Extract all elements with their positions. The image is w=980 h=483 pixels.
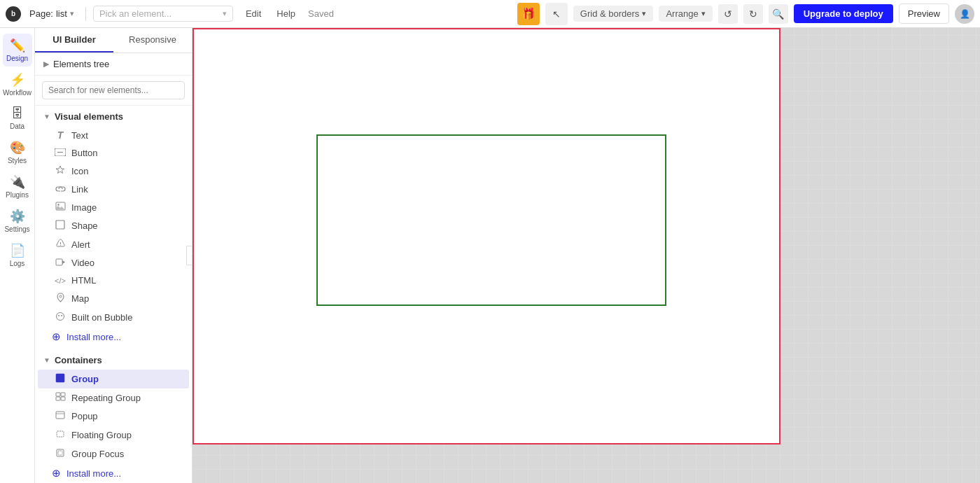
grid-borders-button[interactable]: Grid & borders ▾: [573, 6, 654, 22]
cursor-tool-button[interactable]: ↖: [545, 3, 568, 25]
element-text[interactable]: T Text: [38, 126, 189, 144]
sidebar-item-data[interactable]: 🗄 Data: [3, 102, 32, 134]
search-icon: 🔍: [772, 8, 784, 20]
pick-placeholder-text: Pick an element...: [99, 8, 172, 19]
pick-element-selector[interactable]: Pick an element... ▾: [93, 6, 233, 22]
svg-point-6: [60, 245, 61, 246]
element-built-on-bubble[interactable]: Built on Bubble: [38, 308, 189, 327]
svg-rect-17: [61, 397, 65, 400]
sidebar-item-styles[interactable]: 🎨 Styles: [3, 136, 32, 169]
logs-icon: 📄: [10, 243, 25, 258]
group-icon: [55, 373, 66, 385]
sidebar-item-logs[interactable]: 📄 Logs: [3, 239, 32, 272]
element-alert[interactable]: Alert: [38, 235, 189, 254]
element-button[interactable]: Button: [38, 144, 189, 162]
element-repeating-group[interactable]: Repeating Group: [38, 388, 189, 407]
tab-responsive[interactable]: Responsive: [113, 28, 192, 52]
icon-label: Icon: [71, 166, 89, 176]
edit-button[interactable]: Edit: [243, 6, 264, 21]
canvas-area: [192, 28, 980, 483]
preview-button[interactable]: Preview: [899, 4, 949, 24]
upgrade-button[interactable]: Upgrade to deploy: [794, 4, 893, 23]
install-more-visual-button[interactable]: ⊕ Install more...: [35, 327, 192, 346]
containers-chevron-icon: ▼: [43, 356, 50, 364]
text-label: Text: [71, 130, 88, 141]
image-icon: [55, 202, 66, 213]
topbar-actions: Edit Help Saved: [243, 6, 334, 21]
workflow-icon: ⚡: [10, 72, 25, 88]
svg-rect-14: [56, 393, 60, 396]
element-popup[interactable]: Popup: [38, 407, 189, 426]
svg-point-12: [61, 315, 62, 316]
element-shape[interactable]: Shape: [38, 216, 189, 235]
element-floating-group[interactable]: Floating Group: [38, 426, 189, 444]
page-label: Page:: [29, 8, 53, 19]
sidebar-item-plugins[interactable]: 🔌 Plugins: [3, 170, 32, 203]
logs-label: Logs: [10, 260, 25, 267]
visual-elements-chevron-icon: ▼: [43, 113, 50, 120]
data-icon: 🗄: [11, 106, 24, 121]
install-more-containers-button[interactable]: ⊕ Install more...: [35, 463, 192, 483]
install-more-visual-icon: ⊕: [52, 330, 61, 343]
svg-rect-20: [57, 431, 64, 437]
element-link[interactable]: Link: [38, 181, 189, 198]
floating-group-label: Floating Group: [71, 430, 132, 440]
undo-button[interactable]: ↺: [718, 4, 738, 24]
svg-point-3: [57, 204, 59, 205]
search-button[interactable]: 🔍: [769, 4, 788, 24]
gift-icon: 🎁: [522, 7, 536, 20]
html-icon: </>: [55, 276, 66, 285]
map-icon: [55, 293, 66, 304]
elements-tree-label[interactable]: Elements tree: [53, 59, 109, 69]
arrange-label: Arrange: [666, 8, 698, 19]
svg-marker-8: [62, 260, 65, 264]
panel-content: ▼ Visual elements T Text Button Icon: [35, 106, 192, 483]
containers-section-header[interactable]: ▼ Containers: [35, 349, 192, 370]
popup-label: Popup: [71, 411, 98, 421]
built-on-bubble-icon: [55, 312, 66, 323]
repeating-group-icon: [55, 392, 66, 403]
repeating-group-label: Repeating Group: [71, 393, 141, 403]
tab-ui-builder[interactable]: UI Builder: [35, 28, 113, 52]
element-map[interactable]: Map: [38, 289, 189, 308]
user-avatar[interactable]: 👤: [955, 4, 974, 24]
page-red-border: [192, 28, 780, 444]
arrange-button[interactable]: Arrange ▾: [659, 6, 712, 22]
panel-collapse-button[interactable]: ‹: [186, 246, 192, 265]
visual-elements-section-header[interactable]: ▼ Visual elements: [35, 106, 192, 126]
sidebar-item-settings[interactable]: ⚙️ Settings: [3, 204, 32, 237]
sidebar-icons: ✏️ Design ⚡ Workflow 🗄 Data 🎨 Styles 🔌 P…: [0, 28, 35, 483]
search-input[interactable]: [42, 81, 185, 99]
element-group[interactable]: Group: [38, 370, 189, 388]
link-icon: [55, 184, 66, 195]
group-focus-icon: [55, 448, 66, 460]
element-image[interactable]: Image: [38, 198, 189, 216]
page-name: list: [56, 8, 67, 19]
redo-button[interactable]: ↻: [743, 4, 763, 24]
sidebar-item-workflow[interactable]: ⚡ Workflow: [3, 68, 32, 101]
avatar-icon: 👤: [960, 9, 970, 19]
grid-label: Grid & borders: [580, 8, 640, 19]
separator-1: [85, 7, 86, 21]
help-button[interactable]: Help: [274, 6, 298, 21]
map-label: Map: [71, 293, 89, 304]
logo[interactable]: b: [6, 6, 21, 22]
alert-label: Alert: [71, 239, 90, 250]
styles-label: Styles: [8, 157, 27, 164]
image-label: Image: [71, 202, 97, 213]
sidebar-item-design[interactable]: ✏️ Design: [3, 34, 32, 66]
element-icon[interactable]: Icon: [38, 162, 189, 181]
plugins-label: Plugins: [6, 191, 29, 199]
selected-element-group[interactable]: [316, 134, 666, 306]
html-label: HTML: [71, 275, 96, 286]
plugins-icon: 🔌: [10, 174, 25, 190]
element-video[interactable]: Video: [38, 254, 189, 272]
gift-button[interactable]: 🎁: [517, 3, 540, 25]
svg-rect-16: [56, 397, 60, 400]
element-html[interactable]: </> HTML: [38, 272, 189, 289]
button-label: Button: [71, 148, 98, 158]
page-canvas: [192, 28, 980, 483]
page-selector[interactable]: Page: list ▾: [25, 6, 78, 21]
group-label: Group: [71, 374, 99, 384]
element-group-focus[interactable]: Group Focus: [38, 444, 189, 463]
